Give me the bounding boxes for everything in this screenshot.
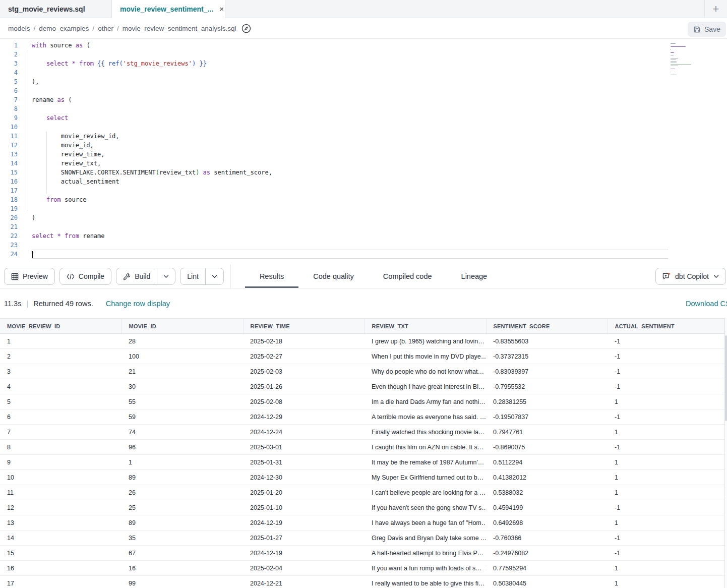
preview-button[interactable]: Preview (4, 268, 55, 285)
results-status-bar: 11.3s | Returned 49 rows. Change row dis… (0, 288, 727, 318)
minimap-line (671, 75, 677, 76)
column-header-sentiment_score[interactable]: SENTIMENT_SCORE (486, 319, 608, 334)
cell-review_txt: I can't believe people are looking for a… (365, 485, 486, 500)
change-row-display-link[interactable]: Change row display (106, 300, 170, 308)
editor-line[interactable]: 6 (0, 86, 727, 95)
result-tab-code-quality[interactable]: Code quality (298, 265, 369, 288)
build-action[interactable]: Build (116, 268, 157, 284)
build-dropdown[interactable] (157, 268, 175, 284)
editor-line[interactable]: 21 (0, 222, 727, 231)
editor-line[interactable]: 11 movie_review_id, (0, 132, 727, 141)
line-number: 14 (0, 159, 20, 168)
editor-line[interactable]: 16 actual_sentiment (0, 177, 727, 186)
table-row[interactable]: 4302025-01-26Even though I have great in… (0, 379, 727, 394)
table-row[interactable]: 912025-01-31It may be the remake of 1987… (0, 455, 727, 470)
breadcrumb-item[interactable]: other (98, 25, 113, 32)
editor-line[interactable]: 18 from source (0, 195, 727, 204)
review-text: I caught this film on AZN on cable. It s… (372, 444, 483, 451)
file-tab-bar: stg_movie_reviews.sql movie_review_senti… (0, 0, 727, 18)
file-tab-stg-movie-reviews[interactable]: stg_movie_reviews.sql (0, 0, 112, 18)
line-number: 24 (0, 250, 20, 259)
lint-action[interactable]: Lint (180, 268, 205, 284)
editor-line[interactable]: 10 (0, 123, 727, 132)
table-row[interactable]: 14352025-01-27Greg Davis and Bryan Daly … (0, 531, 727, 546)
table-row[interactable]: 16162025-02-04If you want a fun romp wit… (0, 561, 727, 576)
cell-actual_sentiment: 1 (608, 455, 727, 470)
line-number: 12 (0, 141, 20, 150)
editor-line[interactable]: 1with source as ( (0, 41, 727, 50)
cell-movie_review_id: 4 (0, 379, 122, 394)
column-header-movie_review_id[interactable]: MOVIE_REVIEW_ID (0, 319, 122, 334)
editor-line[interactable]: 22select * from rename (0, 231, 727, 241)
editor-line[interactable]: 23 (0, 241, 727, 250)
scrollbar-thumb[interactable] (725, 335, 727, 421)
dbt-copilot-button[interactable]: dbt Copilot (655, 268, 726, 285)
cell-movie_review_id: 9 (0, 455, 122, 470)
lint-dropdown[interactable] (206, 268, 223, 284)
expand-review-icon[interactable] (486, 565, 486, 571)
results-scrollbar[interactable] (724, 318, 727, 588)
column-header-review_txt[interactable]: REVIEW_TXT (365, 319, 486, 334)
compile-button[interactable]: Compile (59, 268, 111, 285)
table-row[interactable]: 1282025-02-18I grew up (b. 1965) watchin… (0, 334, 727, 349)
line-code: review_txt, (32, 159, 668, 168)
column-header-movie_id[interactable]: MOVIE_ID (122, 319, 243, 334)
line-code (32, 86, 668, 95)
view-docs-icon[interactable] (241, 24, 251, 33)
editor-line[interactable]: 12 movie_id, (0, 141, 727, 150)
breadcrumb-item[interactable]: demo_examples (39, 25, 89, 32)
save-button[interactable]: Save (688, 22, 726, 37)
breadcrumb-item[interactable]: movie_review_sentiment_analysis.sql (123, 25, 236, 32)
editor-line[interactable]: 14 review_txt, (0, 159, 727, 168)
download-csv-link[interactable]: Download CSV (686, 300, 727, 308)
line-number: 18 (0, 195, 20, 204)
cell-actual_sentiment: -1 (608, 546, 727, 561)
editor-line[interactable]: 5), (0, 77, 727, 86)
cell-sentiment_score: 0.50380445 (486, 576, 608, 588)
editor-line[interactable]: 13 review_time, (0, 150, 727, 159)
editor-line[interactable]: 19 (0, 204, 727, 213)
table-row[interactable]: 12252025-01-10If you haven't seen the go… (0, 500, 727, 515)
table-row[interactable]: 11262025-01-20I can't believe people are… (0, 485, 727, 500)
close-tab-icon[interactable]: × (218, 5, 225, 13)
table-row[interactable]: 10892024-12-30My Super Ex Girlfriend tur… (0, 470, 727, 485)
editor-line[interactable]: 24 (0, 250, 727, 259)
column-header-review_time[interactable]: REVIEW_TIME (243, 319, 365, 334)
result-tab-compiled-code[interactable]: Compiled code (369, 265, 447, 288)
editor-line[interactable]: 8 (0, 104, 727, 113)
review-text: I really wanted to be able to give this … (372, 580, 484, 587)
file-tab-movie-review-sentiment[interactable]: movie_review_sentiment_... × (112, 0, 225, 18)
cell-review_txt: Even though I have great interest in Bi… (365, 379, 486, 394)
result-tab-lineage[interactable]: Lineage (447, 265, 502, 288)
table-row[interactable]: 3212025-02-03Why do people who do not kn… (0, 364, 727, 379)
column-header-actual_sentiment[interactable]: ACTUAL_SENTIMENT (608, 319, 727, 334)
cell-review_time: 2024-12-19 (243, 515, 365, 531)
table-row[interactable]: 21002025-02-27When I put this movie in m… (0, 349, 727, 364)
table-row[interactable]: 15672024-12-19A half-hearted attempt to … (0, 546, 727, 561)
table-icon (11, 273, 19, 280)
editor-line[interactable]: 7rename as ( (0, 95, 727, 104)
breadcrumb-item[interactable]: models (8, 25, 30, 32)
table-row[interactable]: 6592024-12-29A terrible movie as everyon… (0, 409, 727, 425)
table-row[interactable]: 17992024-12-21I really wanted to be able… (0, 576, 727, 588)
editor-line[interactable]: 2 (0, 50, 727, 59)
table-row[interactable]: 7742024-12-24Finally watched this shocki… (0, 425, 727, 440)
results-table-wrap: MOVIE_REVIEW_IDMOVIE_IDREVIEW_TIMEREVIEW… (0, 318, 727, 588)
result-tab-results[interactable]: Results (245, 265, 298, 288)
cell-review_time: 2025-02-27 (243, 349, 365, 364)
editor-line[interactable]: 17 (0, 186, 727, 195)
editor-line[interactable]: 4 (0, 68, 727, 77)
table-row[interactable]: 5552025-02-08Im a die hard Dads Army fan… (0, 394, 727, 409)
new-tab-button[interactable]: + (705, 0, 727, 18)
table-row[interactable]: 8962025-03-01I caught this film on AZN o… (0, 440, 727, 455)
table-row[interactable]: 13892024-12-19I have always been a huge … (0, 515, 727, 531)
editor-line[interactable]: 3 select * from {{ ref('stg_movie_review… (0, 59, 727, 68)
line-code: from source (32, 195, 668, 204)
editor-line[interactable]: 15 SNOWFLAKE.CORTEX.SENTIMENT(review_txt… (0, 168, 727, 177)
code-editor[interactable]: 1with source as (23 select * from {{ ref… (0, 39, 727, 265)
review-text: When I put this movie in my DVD playe… (372, 353, 486, 360)
editor-line[interactable]: 20) (0, 213, 727, 222)
cell-review_txt: Why do people who do not know what… (365, 364, 486, 379)
editor-line[interactable]: 9 select (0, 113, 727, 123)
editor-minimap[interactable] (671, 43, 706, 79)
